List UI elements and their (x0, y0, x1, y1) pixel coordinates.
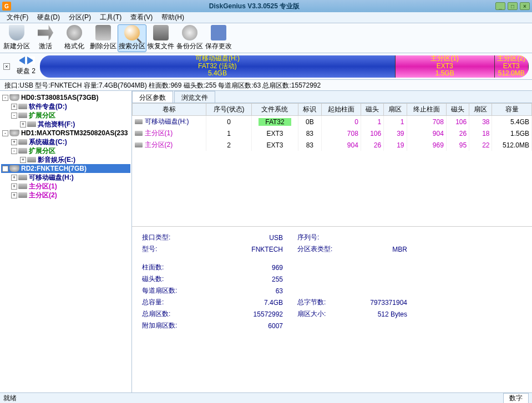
next-disk-icon[interactable] (27, 57, 35, 64)
tree-row[interactable]: -扩展分区 (1, 146, 130, 155)
col-header[interactable]: 起始柱面 (321, 104, 361, 116)
statusbar: 就绪 数字 (0, 392, 532, 403)
partition-icon (18, 148, 27, 154)
tool-new-button[interactable]: 新建分区 (2, 24, 31, 52)
partition-icon (18, 175, 27, 180)
tree-row[interactable]: +主分区(1) (1, 182, 130, 191)
col-header[interactable]: 磁头 (446, 104, 469, 116)
partition-icon (18, 139, 27, 145)
col-header[interactable]: 卷标 (133, 104, 206, 116)
volume-icon (135, 131, 143, 136)
col-header[interactable]: 终止柱面 (407, 104, 446, 116)
partition-table[interactable]: 卷标序号(状态)文件系统标识起始柱面磁头扇区终止柱面磁头扇区容量可移动磁盘(H:… (132, 103, 532, 151)
expand-icon[interactable]: + (11, 139, 17, 145)
col-header[interactable]: 容量 (492, 104, 532, 116)
expand-icon[interactable]: - (2, 166, 8, 172)
disk-info-line: 接口:USB 型号:FNKTECH 容量:7.4GB(7604MB) 柱面数:9… (0, 80, 532, 91)
partition-segment[interactable]: 可移动磁盘(H:)FAT32 (活动)5.4GB (40, 55, 396, 78)
detail-label: 总容量: (140, 297, 217, 308)
partition-map[interactable]: 可移动磁盘(H:)FAT32 (活动)5.4GB主分区(1)EXT31.5GB主… (40, 55, 529, 78)
maximize-button[interactable]: □ (508, 2, 518, 10)
app-logo-icon: G (2, 2, 11, 11)
tool-recover-button[interactable]: 恢复文件 (146, 24, 175, 52)
tree-label: 主分区(1) (29, 182, 57, 191)
menu-item[interactable]: 文件(F) (2, 12, 33, 23)
tree-label: 可移动磁盘(H:) (29, 173, 74, 182)
tree-row[interactable]: -扩展分区 (1, 111, 130, 120)
tree-row[interactable]: -RD2:FNKTECH(7GB) (1, 164, 130, 173)
tool-label: 删除分区 (90, 42, 116, 51)
col-header[interactable]: 文件系统 (251, 104, 298, 116)
tree-row[interactable]: +影音娱乐(E:) (1, 155, 130, 164)
recover-icon (153, 25, 169, 40)
partition-segment[interactable]: 主分区(1)EXT31.5GB (396, 55, 495, 78)
partition-icon (18, 183, 27, 189)
tree-row[interactable]: +软件专盘(D:) (1, 102, 130, 111)
partition-segment[interactable]: 主分区(2)EXT3512.0MB (495, 55, 529, 78)
tab[interactable]: 浏览文件 (174, 91, 215, 103)
expand-icon[interactable]: + (20, 157, 26, 163)
status-left: 就绪 (3, 394, 17, 403)
expand-icon[interactable]: + (11, 183, 17, 190)
tool-fmt-button[interactable]: 格式化 (60, 24, 89, 52)
tool-backup-button[interactable]: 备份分区 (175, 24, 204, 52)
detail-label: 附加扇区数: (140, 320, 217, 331)
tool-save-button[interactable]: 保存更改 (204, 24, 233, 52)
expand-icon[interactable]: + (11, 104, 17, 110)
detail-value: 512 Bytes (343, 309, 409, 319)
detail-label: 柱面数: (140, 262, 217, 273)
expand-icon[interactable]: + (11, 175, 17, 181)
expand-icon[interactable]: + (11, 192, 17, 198)
disk-tree[interactable]: -HD0:ST380815AS(73GB)+软件专盘(D:)-扩展分区+其他资料… (0, 91, 132, 392)
menu-item[interactable]: 硬盘(D) (33, 12, 64, 23)
expand-icon[interactable]: - (2, 95, 8, 101)
detail-label: 序列号: (286, 232, 342, 243)
tab-bar: 分区参数浏览文件 (132, 91, 532, 103)
detail-value: 63 (219, 285, 285, 296)
expand-icon[interactable]: - (2, 130, 8, 136)
minimize-button[interactable]: _ (495, 2, 505, 10)
prev-disk-icon[interactable] (17, 57, 25, 64)
tree-row[interactable]: -HD1:MAXTORSTM3250820AS(233 (1, 129, 130, 137)
col-header[interactable]: 标识 (298, 104, 321, 116)
detail-label (286, 262, 342, 273)
detail-label: 接口类型: (140, 232, 217, 243)
tree-row[interactable]: +其他资料(F:) (1, 120, 130, 129)
menu-item[interactable]: 工具(T) (95, 12, 126, 23)
detail-value: USB (219, 232, 285, 243)
col-header[interactable]: 扇区 (469, 104, 492, 116)
tree-label: 主分区(2) (29, 191, 57, 200)
tool-search-button[interactable]: 搜索分区 (118, 24, 146, 52)
expand-icon[interactable]: + (20, 121, 26, 127)
col-header[interactable]: 磁头 (361, 104, 383, 116)
tree-row[interactable]: +主分区(2) (1, 191, 130, 200)
detail-label: 型号: (140, 244, 217, 254)
detail-label: 扇区大小: (286, 309, 342, 319)
col-header[interactable]: 序号(状态) (206, 104, 251, 116)
partition-icon (18, 192, 27, 198)
menu-item[interactable]: 查看(V) (126, 12, 157, 23)
tree-row[interactable]: +可移动磁盘(H:) (1, 173, 130, 182)
close-button[interactable]: × (520, 2, 530, 10)
menubar: 文件(F)硬盘(D)分区(P)工具(T)查看(V)帮助(H) (0, 12, 532, 23)
del-icon (95, 25, 111, 40)
expand-icon[interactable]: - (11, 148, 17, 154)
tool-label: 激活 (39, 42, 52, 51)
tab[interactable]: 分区参数 (132, 91, 173, 103)
detail-value: 7.4GB (219, 297, 285, 308)
expand-icon[interactable]: - (11, 113, 17, 119)
tree-row[interactable]: +系统磁盘(C:) (1, 137, 130, 146)
menu-item[interactable]: 帮助(H) (157, 12, 189, 23)
menu-item[interactable]: 分区(P) (64, 12, 95, 23)
col-header[interactable]: 扇区 (384, 104, 407, 116)
table-row[interactable]: 可移动磁盘(H:)0FAT320B011708106385.4GB (133, 116, 532, 128)
tool-del-button[interactable]: 删除分区 (89, 24, 118, 52)
tree-row[interactable]: -HD0:ST380815AS(73GB) (1, 93, 130, 102)
detail-value (343, 232, 409, 243)
backup-icon (182, 25, 197, 40)
detail-label (286, 285, 342, 296)
table-row[interactable]: 主分区(2)2EXT38390426199699522512.0MB (133, 139, 532, 151)
tool-act-button[interactable]: 激活 (31, 24, 60, 52)
disk-bar-close-icon[interactable]: × (3, 63, 10, 70)
table-row[interactable]: 主分区(1)1EXT3837081063990426181.5GB (133, 127, 532, 139)
